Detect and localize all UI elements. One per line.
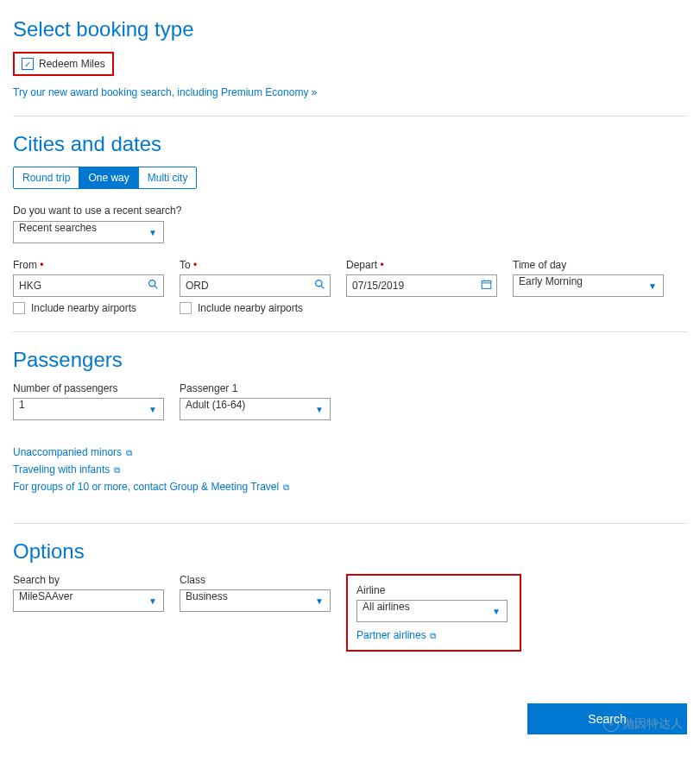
search-by-select[interactable]: MileSAAver	[13, 589, 164, 612]
tab-one-way[interactable]: One way	[79, 167, 138, 188]
to-nearby-label: Include nearby airports	[198, 302, 303, 314]
from-nearby-label: Include nearby airports	[31, 302, 136, 314]
depart-field-group: Depart •	[346, 259, 497, 314]
section-booking-type: Select booking type ✓ Redeem Miles Try o…	[13, 17, 687, 98]
divider	[13, 116, 687, 117]
svg-point-0	[149, 280, 155, 287]
checkbox-empty-icon	[13, 302, 25, 314]
section-passengers: Passengers Number of passengers 1 ▼ Pass…	[13, 348, 687, 493]
redeem-checkbox[interactable]: ✓	[22, 58, 34, 70]
depart-label: Depart •	[346, 259, 497, 271]
from-field-group: From • Include nearby airports	[13, 259, 164, 314]
num-passengers-group: Number of passengers 1 ▼	[13, 382, 164, 420]
from-label: From •	[13, 259, 164, 271]
class-group: Class Business ▼	[180, 574, 331, 612]
search-by-group: Search by MileSAAver ▼	[13, 574, 164, 612]
external-link-icon: ⧉	[428, 631, 437, 640]
watermark-text: 抛因特达人	[622, 716, 683, 732]
options-heading: Options	[13, 539, 687, 564]
svg-point-2	[316, 280, 322, 287]
external-link-icon: ⧉	[281, 482, 289, 492]
passenger1-label: Passenger 1	[180, 382, 331, 394]
airline-group: Airline All airlines ▼ Partner airlines …	[356, 584, 508, 641]
section-cities-dates: Cities and dates Round trip One way Mult…	[13, 132, 687, 314]
divider	[13, 331, 687, 332]
num-passengers-label: Number of passengers	[13, 382, 164, 394]
watermark: ✦ 抛因特达人	[603, 716, 683, 732]
from-nearby-checkbox[interactable]: Include nearby airports	[13, 302, 164, 314]
svg-line-3	[321, 286, 324, 288]
section-options: Options Search by MileSAAver ▼ Class Bus…	[13, 539, 687, 652]
tab-round-trip[interactable]: Round trip	[14, 167, 79, 188]
promo-link[interactable]: Try our new award booking search, includ…	[13, 86, 317, 98]
airline-select[interactable]: All airlines	[356, 600, 508, 622]
depart-input[interactable]	[346, 274, 497, 297]
from-input[interactable]	[13, 274, 164, 297]
redeem-miles-highlight: ✓ Redeem Miles	[13, 52, 114, 76]
traveling-infants-link[interactable]: Traveling with infants ⧉	[13, 463, 120, 476]
airline-highlight: Airline All airlines ▼ Partner airlines …	[346, 574, 521, 652]
to-input[interactable]	[180, 274, 331, 297]
unaccompanied-minors-link[interactable]: Unaccompanied minors ⧉	[13, 446, 132, 458]
tod-label: Time of day	[513, 259, 664, 271]
to-nearby-checkbox[interactable]: Include nearby airports	[180, 302, 331, 314]
checkbox-empty-icon	[180, 302, 192, 314]
search-icon[interactable]	[314, 279, 325, 293]
group-travel-link[interactable]: For groups of 10 or more, contact Group …	[13, 481, 289, 493]
to-label: To •	[180, 259, 331, 271]
divider	[13, 523, 687, 524]
external-link-icon: ⧉	[123, 448, 132, 457]
recent-searches-select[interactable]: Recent searches	[13, 221, 164, 243]
to-field-group: To • Include nearby airports	[180, 259, 331, 314]
partner-airlines-link[interactable]: Partner airlines ⧉	[356, 629, 436, 641]
class-label: Class	[180, 574, 331, 586]
recent-search-question: Do you want to use a recent search?	[13, 205, 687, 217]
booking-type-heading: Select booking type	[13, 17, 687, 41]
trip-type-tabs: Round trip One way Multi city	[13, 167, 197, 189]
airline-label: Airline	[356, 584, 508, 596]
time-of-day-field-group: Time of day Early Morning ▼	[513, 259, 664, 314]
num-passengers-select[interactable]: 1	[13, 398, 164, 420]
class-select[interactable]: Business	[180, 589, 331, 612]
passenger1-group: Passenger 1 Adult (16-64) ▼	[180, 382, 331, 420]
passenger1-select[interactable]: Adult (16-64)	[180, 398, 331, 420]
calendar-icon[interactable]	[481, 279, 492, 293]
svg-rect-4	[482, 280, 491, 288]
search-by-label: Search by	[13, 574, 164, 586]
time-of-day-select[interactable]: Early Morning	[513, 274, 664, 297]
search-icon[interactable]	[148, 279, 159, 293]
tab-multi-city[interactable]: Multi city	[139, 167, 197, 188]
external-link-icon: ⧉	[111, 465, 120, 475]
cities-heading: Cities and dates	[13, 132, 687, 156]
passengers-heading: Passengers	[13, 348, 687, 372]
redeem-label: Redeem Miles	[39, 58, 105, 70]
wechat-icon: ✦	[603, 716, 619, 732]
svg-line-1	[155, 286, 157, 288]
